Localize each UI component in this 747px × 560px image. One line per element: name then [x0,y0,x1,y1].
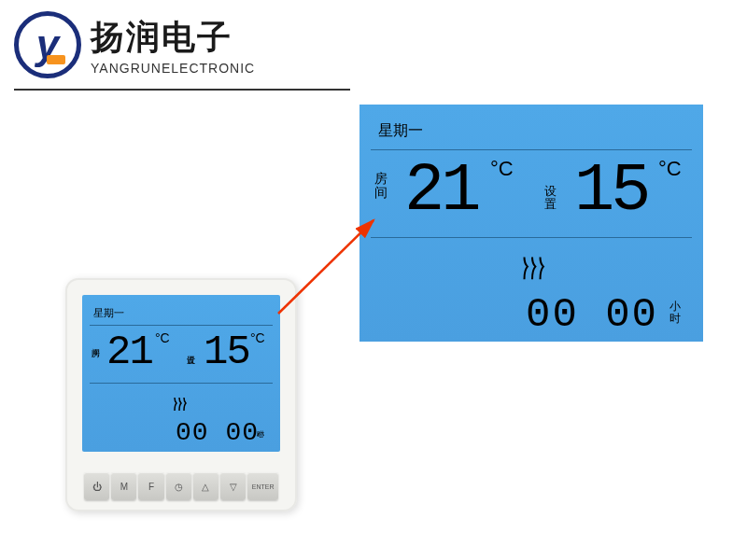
timer-value: 00 00 [526,291,658,338]
set-temperature: 15 [204,329,249,375]
divider [90,325,273,326]
degree-unit: °C [490,157,514,181]
logo-underline [14,89,350,91]
room-temperature: 21 [106,329,152,375]
hours-label: 小时 [669,301,681,325]
heat-icon [516,254,548,292]
power-button[interactable]: ⏻ [84,472,109,500]
logo-accent [47,55,65,64]
set-temperature: 15 [574,153,647,230]
button-row: ⏻ M F ◷ △ ▽ ENTER [84,472,278,500]
device-lcd-screen: 星期一 房间 21 °C 设置 15 °C 00 00 小时 [82,295,280,452]
thermostat-device: 星期一 房间 21 °C 设置 15 °C 00 00 小时 ⏻ M F ◷ △… [65,278,297,511]
zoomed-lcd-screen: 星期一 房间 21 °C 设置 15 °C 00 00 小时 [359,105,703,342]
divider [371,149,692,150]
degree-unit: °C [658,157,682,181]
degree-unit: °C [250,330,265,345]
timer-value: 00 00 [176,418,259,447]
logo-mark: y [14,11,81,78]
day-label: 星期一 [93,306,124,320]
degree-unit: °C [155,330,170,345]
f-button[interactable]: F [138,472,163,500]
company-logo: y 扬润电子 YANGRUNELECTRONIC [14,11,255,78]
logo-chinese: 扬润电子 [91,15,255,61]
set-label: 设置 [544,185,557,212]
logo-english: YANGRUNELECTRONIC [91,61,255,76]
heat-icon [170,396,189,419]
room-temperature: 21 [404,153,477,230]
room-label: 房间 [374,172,388,201]
logo-text: 扬润电子 YANGRUNELECTRONIC [91,15,255,76]
mode-button[interactable]: M [111,472,136,500]
divider [371,237,692,238]
up-button[interactable]: △ [193,472,218,500]
down-button[interactable]: ▽ [220,472,246,500]
clock-button[interactable]: ◷ [166,472,191,500]
divider [90,383,273,384]
day-label: 星期一 [378,121,423,141]
enter-button[interactable]: ENTER [247,472,278,500]
